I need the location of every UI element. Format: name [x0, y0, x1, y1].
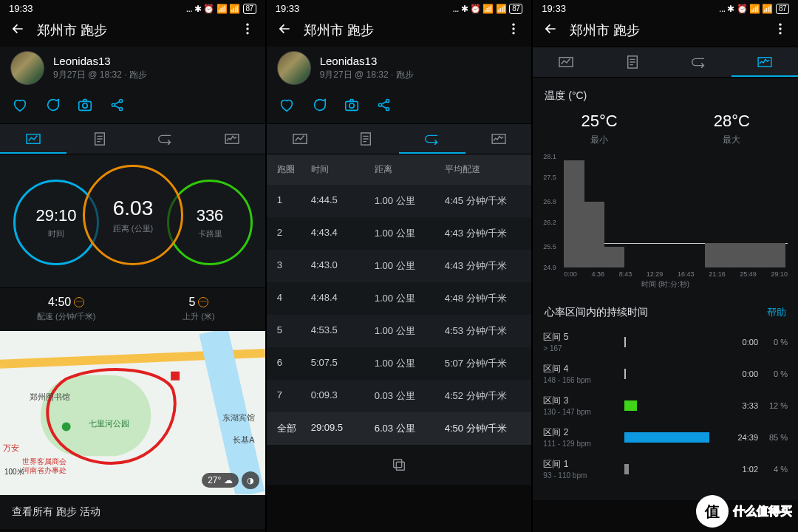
action-row [0, 91, 265, 123]
svg-point-2 [246, 32, 248, 34]
map-layer-button[interactable]: ◑ [242, 471, 259, 489]
temp-max: 28°C最大 [666, 112, 798, 146]
time-label: 时间 [48, 228, 64, 239]
tab-overview[interactable] [0, 124, 66, 154]
svg-rect-33 [758, 58, 771, 66]
svg-point-17 [513, 32, 515, 34]
user-row[interactable]: Leonidas13 9月27日 @ 18:32 · 跑步 [0, 47, 265, 91]
calories-label: 卡路里 [198, 228, 222, 239]
poi-library: 郑州图书馆 [30, 392, 70, 403]
clock: 19:33 [9, 3, 33, 14]
share-icon[interactable] [376, 97, 392, 116]
avatar [10, 51, 44, 85]
tab-stats[interactable] [599, 47, 666, 77]
hr-zones: 区间 5 > 167 0:00 0 % 区间 4 148 - 166 bpm 0… [533, 325, 798, 500]
comment-icon[interactable] [44, 97, 61, 116]
comment-icon[interactable] [311, 97, 327, 116]
avatar [277, 51, 311, 85]
tab-overview[interactable] [533, 47, 599, 77]
tab-charts[interactable] [732, 47, 798, 77]
temperature-chart[interactable]: 24.925.526.226.827.528.1 0:004:368:4312:… [533, 157, 798, 294]
hr-zone-row[interactable]: 区间 5 > 167 0:00 0 % [543, 327, 788, 358]
like-icon[interactable] [279, 97, 295, 116]
camera-icon[interactable] [77, 97, 93, 116]
secondary-metrics: 4:50〰 配速 (分钟/千米) 5〰 上升 (米) [0, 287, 265, 331]
hr-zone-row[interactable]: 区间 2 111 - 129 bpm 24:39 85 % [543, 422, 788, 454]
metric-elev[interactable]: 5〰 上升 (米) [132, 287, 265, 331]
svg-point-15 [513, 24, 515, 26]
ring-distance[interactable]: 6.03 距离 (公里) [83, 165, 183, 265]
summary-rings: 29:10 时间 6.03 距离 (公里) 336 卡路里 [0, 154, 265, 287]
svg-rect-10 [225, 134, 239, 143]
svg-rect-26 [396, 462, 404, 470]
map-scale: 100米 [4, 467, 24, 477]
svg-point-6 [120, 99, 123, 102]
poi-office: 河南省办事处 [22, 466, 66, 476]
back-button[interactable] [543, 21, 558, 39]
table-row[interactable]: 65:07.5 1.00 公里5:07 分钟/千米 [267, 347, 532, 380]
table-row[interactable]: 14:44.5 1.00 公里4:45 分钟/千米 [267, 185, 532, 217]
tabs [0, 123, 265, 154]
tab-charts[interactable] [199, 124, 265, 154]
hr-zone-row[interactable]: 区间 3 130 - 147 bpm 3:33 12 % [543, 390, 788, 422]
svg-point-20 [378, 103, 381, 106]
tab-laps[interactable] [666, 47, 732, 77]
hr-zone-row[interactable]: 区间 4 148 - 166 bpm 0:00 0 % [543, 358, 788, 390]
back-button[interactable] [10, 21, 25, 39]
poi-park: 七里河公园 [89, 418, 129, 429]
weather-badge: 27° ☁ [202, 473, 239, 488]
hr-zone-row[interactable]: 区间 1 93 - 110 bpm 1:02 4 % [543, 454, 788, 485]
user-row[interactable]: Leonidas139月27日 @ 18:32 · 跑步 [267, 47, 532, 91]
screen-laps: 19:33... ✱ ⏰ 📶 📶 87 郑州市 跑步 Leonidas139月2… [267, 0, 532, 532]
svg-point-28 [779, 24, 781, 26]
like-icon[interactable] [12, 97, 28, 116]
tab-laps[interactable] [132, 124, 199, 154]
page-title: 郑州市 跑步 [37, 21, 107, 39]
back-button[interactable] [277, 21, 292, 39]
tab-charts[interactable] [466, 124, 532, 154]
table-row[interactable]: 24:43.4 1.00 公里4:43 分钟/千米 [267, 217, 532, 250]
view-all-link[interactable]: 查看所有 跑步 活动 [0, 495, 265, 529]
temperature-summary: 25°C最小 28°C最大 [533, 109, 798, 157]
calories-value: 336 [197, 206, 224, 225]
svg-point-1 [246, 27, 248, 30]
tab-overview[interactable] [267, 124, 333, 154]
table-row[interactable]: 34:43.0 1.00 公里4:43 分钟/千米 [267, 250, 532, 282]
poi-hotel: 东湖宾馆 [222, 412, 255, 423]
copy-button[interactable] [267, 445, 532, 485]
temperature-header: 温度 (°C) [533, 78, 798, 109]
table-row[interactable]: 70:09.3 0.03 公里4:52 分钟/千米 [267, 380, 532, 412]
route-map[interactable]: 郑州图书馆 七里河公园 东湖宾馆 长基A 万安 世界客属商会 河南省办事处 10… [0, 331, 265, 495]
svg-point-14 [62, 423, 71, 432]
status-icons: ... ✱ ⏰ 📶 📶 87 [186, 4, 256, 14]
overflow-menu[interactable] [773, 21, 788, 39]
tab-stats[interactable] [66, 124, 133, 154]
svg-point-29 [779, 27, 781, 30]
poi-wanan: 万安 [3, 443, 19, 454]
svg-point-22 [386, 107, 389, 110]
elev-icon: 〰 [198, 297, 208, 307]
pace-icon: 〰 [74, 297, 84, 307]
share-icon[interactable] [109, 97, 126, 116]
username: Leonidas13 [53, 55, 147, 67]
page-title: 郑州市 跑步 [570, 21, 640, 39]
metric-pace[interactable]: 4:50〰 配速 (分钟/千米) [0, 287, 132, 331]
overflow-menu[interactable] [506, 21, 521, 39]
page-title: 郑州市 跑步 [304, 21, 374, 39]
help-link[interactable]: 帮助 [767, 306, 786, 319]
svg-rect-13 [171, 372, 180, 381]
table-row[interactable]: 44:48.4 1.00 公里4:48 分钟/千米 [267, 282, 532, 315]
overflow-menu[interactable] [240, 21, 255, 39]
tab-stats[interactable] [332, 124, 399, 154]
camera-icon[interactable] [344, 97, 360, 116]
table-row[interactable]: 54:53.5 1.00 公里4:53 分钟/千米 [267, 315, 532, 347]
poi-changji: 长基A [233, 434, 254, 446]
svg-point-16 [513, 27, 515, 30]
table-row-total: 全部29:09.5 6.03 公里4:50 分钟/千米 [267, 412, 532, 445]
svg-point-19 [349, 103, 353, 108]
distance-value: 6.03 [113, 197, 154, 220]
status-bar: 19:33 ... ✱ ⏰ 📶 📶 87 [0, 0, 265, 16]
svg-point-7 [120, 107, 123, 110]
tab-laps[interactable] [399, 124, 466, 154]
svg-point-30 [779, 32, 781, 34]
